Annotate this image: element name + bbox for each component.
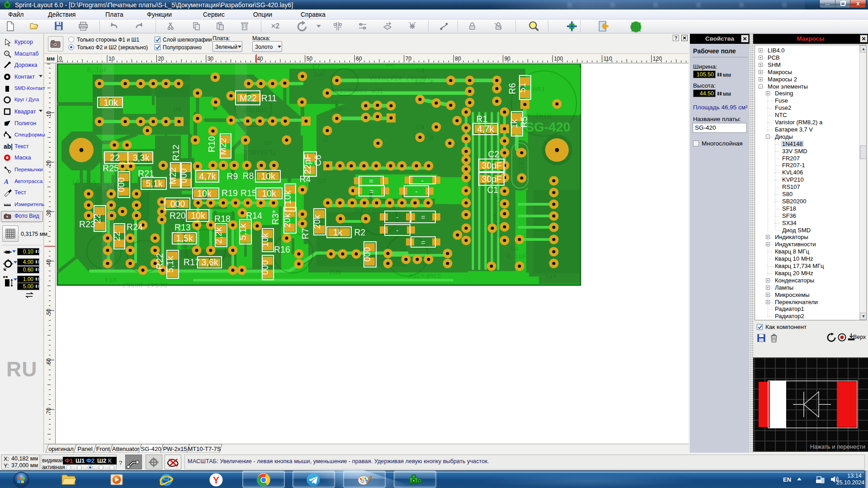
svg-text:000: 000: [116, 178, 126, 192]
svg-text:R6: R6: [507, 83, 517, 94]
svg-text:R20: R20: [170, 211, 186, 221]
svg-text:1k: 1k: [333, 227, 343, 237]
svg-text:0,1uF: 0,1uF: [87, 67, 107, 75]
svg-text:Attenuator: Attenuator: [112, 446, 140, 452]
svg-text:Panel: Panel: [77, 446, 92, 452]
svg-text:110: 110: [604, 56, 612, 62]
svg-text:R7: R7: [300, 228, 310, 239]
svg-text:22pF: 22pF: [302, 154, 312, 174]
svg-text:1,5k: 1,5k: [176, 233, 193, 243]
svg-text:SG-420: SG-420: [525, 120, 571, 134]
svg-text:R21: R21: [138, 169, 154, 178]
svg-text:TL084BCN: TL084BCN: [244, 148, 276, 155]
svg-text:10k: 10k: [262, 188, 276, 198]
svg-text:5,1k: 5,1k: [165, 256, 175, 272]
svg-text:=: =: [369, 177, 373, 185]
svg-text:30pF: 30pF: [482, 174, 502, 184]
svg-text:2,2k: 2,2k: [213, 227, 223, 244]
svg-text:Y: Y: [213, 474, 220, 486]
svg-text:10k: 10k: [197, 188, 212, 198]
svg-text:70: 70: [46, 408, 52, 414]
svg-text:R8: R8: [243, 171, 254, 181]
svg-text:10: 10: [108, 56, 115, 62]
svg-text:C3: C3: [416, 67, 425, 75]
svg-text:40: 40: [46, 259, 52, 266]
svg-text:C4: C4: [416, 124, 425, 131]
svg-text:50: 50: [46, 309, 52, 315]
svg-text:M22: M22: [168, 167, 178, 184]
svg-text:3,6k: 3,6k: [202, 257, 218, 267]
svg-text:R14: R14: [246, 211, 262, 221]
svg-text:R9: R9: [227, 171, 238, 181]
svg-text:4,7k: 4,7k: [477, 124, 494, 134]
svg-text:R15: R15: [241, 188, 257, 198]
svg-text:22: 22: [110, 153, 120, 163]
svg-text:M22: M22: [240, 93, 257, 103]
svg-text:XP2: XP2: [329, 268, 341, 276]
svg-text:-: -: [396, 226, 398, 234]
svg-text:33uFx25V: 33uFx25V: [354, 206, 387, 214]
svg-text:R13: R13: [175, 222, 191, 232]
svg-text:-: -: [396, 213, 398, 221]
svg-text:R12: R12: [171, 145, 181, 161]
svg-text:U8: U8: [173, 106, 181, 114]
svg-text:5,1k: 5,1k: [146, 178, 163, 188]
svg-text:10k: 10k: [191, 211, 205, 221]
svg-text:OP07CP: OP07CP: [243, 105, 268, 113]
svg-text:60: 60: [356, 56, 362, 62]
svg-text:Front: Front: [96, 446, 110, 452]
svg-text:ab|: ab|: [4, 143, 12, 150]
svg-text:22: 22: [112, 231, 122, 241]
svg-text:20k: 20k: [312, 215, 322, 229]
svg-text:R16: R16: [274, 244, 290, 254]
svg-text:-: -: [421, 177, 424, 184]
svg-text:R2: R2: [354, 227, 366, 237]
svg-text:=: =: [369, 188, 373, 195]
svg-text:=: =: [421, 213, 425, 221]
svg-text:=: =: [421, 239, 425, 246]
svg-text:10k: 10k: [283, 190, 292, 205]
svg-text:BC547 BC557: BC547 BC557: [122, 281, 167, 288]
svg-text:33uFx25V: 33uFx25V: [409, 272, 441, 279]
svg-text:C4: C4: [510, 245, 519, 253]
svg-text:40: 40: [257, 56, 263, 62]
svg-text:30: 30: [208, 56, 214, 62]
svg-text:C1: C1: [487, 185, 499, 195]
svg-text:U6: U6: [264, 139, 272, 146]
svg-text:PW-2x15: PW-2x15: [163, 446, 187, 452]
svg-text:R19: R19: [222, 188, 238, 198]
svg-text:U2: U2: [386, 64, 394, 68]
svg-text:0: 0: [46, 64, 52, 65]
svg-text:-: -: [415, 188, 417, 195]
svg-text:R4: R4: [300, 174, 311, 184]
svg-text:R11: R11: [261, 93, 277, 103]
svg-text:1k: 1k: [509, 119, 519, 128]
svg-text:R18: R18: [214, 214, 231, 224]
svg-text:R25: R25: [103, 163, 119, 173]
svg-text:C8: C8: [330, 99, 339, 107]
svg-text:20: 20: [158, 56, 164, 62]
svg-text:5,1k: 5,1k: [238, 223, 248, 240]
svg-text:30: 30: [46, 210, 52, 216]
svg-text:000: 000: [260, 260, 270, 275]
svg-text:VT5: VT5: [403, 64, 415, 66]
svg-text:оригинал: оригинал: [48, 446, 74, 452]
svg-text:10k: 10k: [261, 171, 275, 181]
svg-text:120: 120: [653, 56, 662, 62]
svg-text:20k: 20k: [282, 213, 292, 228]
svg-text:U5: U5: [318, 177, 326, 184]
svg-text:C2: C2: [488, 149, 500, 159]
svg-text:80: 80: [455, 56, 461, 62]
svg-text:10: 10: [46, 111, 52, 117]
svg-text:R10: R10: [207, 136, 217, 152]
svg-text:VT4: VT4: [104, 275, 117, 283]
svg-text:Z01: Z01: [517, 157, 524, 169]
svg-text:XP1: XP1: [544, 272, 557, 279]
svg-text:4,7k: 4,7k: [199, 171, 216, 181]
svg-text:0,1uF: 0,1uF: [506, 253, 526, 261]
svg-text:R24: R24: [127, 222, 143, 232]
svg-text:90: 90: [505, 56, 511, 62]
svg-text:A: A: [4, 178, 9, 185]
svg-text:22: 22: [92, 214, 102, 224]
svg-text:60: 60: [46, 358, 52, 364]
